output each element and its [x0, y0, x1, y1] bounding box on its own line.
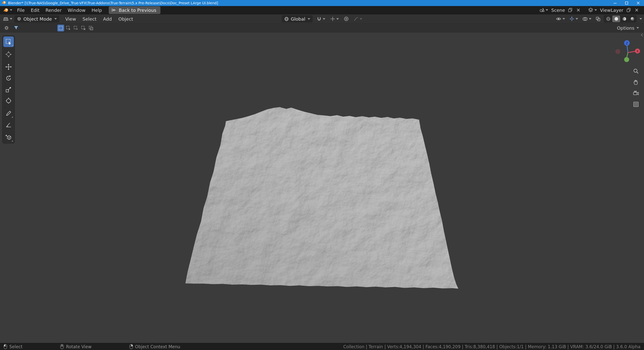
axis-y-handle[interactable]	[624, 57, 629, 62]
transform-snap-cluster: Global	[282, 15, 363, 23]
shading-wireframe-button[interactable]	[604, 16, 612, 22]
tool-annotate[interactable]	[3, 108, 14, 119]
terrain-shading-overlay	[185, 107, 458, 289]
menu-object[interactable]: Object	[116, 16, 136, 22]
viewlayer-browse-button[interactable]	[587, 7, 598, 13]
pan-button[interactable]	[632, 78, 640, 86]
toggle-xray-button[interactable]	[595, 16, 601, 22]
tool-rotate[interactable]	[3, 73, 14, 83]
select-mode-intersect-button[interactable]	[88, 25, 94, 31]
back-to-previous-button[interactable]: Back to Previous	[109, 6, 160, 14]
shading-rendered-button[interactable]	[628, 16, 636, 22]
title-bar: Blender* [\\True-NAS\Google_Drive_True-V…	[0, 0, 644, 6]
new-viewlayer-button[interactable]	[625, 7, 632, 13]
tool-measure[interactable]	[3, 119, 14, 130]
select-extend-icon	[66, 26, 71, 30]
magnet-icon	[317, 17, 321, 21]
shading-material-button[interactable]	[620, 16, 628, 22]
maximize-button[interactable]	[621, 0, 632, 6]
new-scene-button[interactable]	[567, 7, 574, 13]
chevron-down-icon	[308, 18, 310, 20]
chevron-down-icon	[54, 18, 57, 20]
editor-type-button[interactable]	[2, 15, 13, 22]
hint-select: Select	[4, 344, 22, 349]
chevron-down-icon	[336, 18, 339, 20]
tool-cursor[interactable]	[3, 49, 14, 60]
chevron-down-icon	[546, 9, 548, 11]
toggle-orthographic-button[interactable]	[632, 100, 640, 108]
xray-icon	[596, 17, 600, 21]
shading-dropdown-icon[interactable]	[639, 18, 642, 20]
shading-solid-button[interactable]	[612, 16, 620, 22]
filter-button[interactable]	[13, 25, 20, 31]
scene-icon	[539, 8, 544, 13]
duplicate-icon	[568, 8, 573, 12]
blender-app-menu-button[interactable]	[2, 7, 14, 13]
navigation-gizmo[interactable]: Z X	[613, 36, 641, 65]
zoom-button[interactable]	[632, 67, 640, 75]
transform-orientation-selector[interactable]: Global	[282, 15, 313, 23]
menu-help[interactable]: Help	[89, 7, 105, 14]
funnel-icon	[14, 25, 19, 30]
snap-target-button[interactable]	[329, 16, 340, 22]
back-to-previous-label: Back to Previous	[119, 8, 156, 13]
gizmo-icon	[569, 16, 574, 21]
object-mode-icon	[17, 17, 21, 21]
proportional-editing-button[interactable]	[343, 16, 350, 22]
area-corner-widget[interactable]	[640, 33, 643, 38]
rendered-sphere-icon	[630, 17, 635, 21]
viewport-header: Object Mode View Select Add Object Globa…	[0, 14, 644, 24]
proportional-falloff-button[interactable]	[353, 16, 363, 22]
tool-add-cube[interactable]	[3, 132, 14, 143]
axis-x-label: X	[636, 50, 638, 53]
menu-view[interactable]: View	[62, 16, 79, 22]
show-gizmo-button[interactable]	[568, 16, 579, 22]
close-icon	[577, 8, 580, 12]
menu-edit[interactable]: Edit	[28, 7, 42, 14]
chevron-down-icon	[576, 18, 578, 20]
viewlayer-name[interactable]: ViewLayer	[600, 8, 623, 13]
tool-move[interactable]	[3, 62, 14, 72]
menu-select[interactable]: Select	[80, 16, 99, 22]
axis-z-label: Z	[626, 41, 628, 45]
menu-add[interactable]: Add	[100, 16, 115, 22]
tool-transform[interactable]	[3, 96, 14, 106]
mouse-left-click-icon	[4, 344, 7, 349]
select-intersect-icon	[89, 26, 93, 30]
show-overlays-button[interactable]	[581, 16, 592, 22]
mode-selector[interactable]: Object Mode	[14, 15, 59, 23]
minimize-button[interactable]	[609, 0, 621, 6]
select-mode-invert-button[interactable]	[80, 25, 87, 31]
select-mode-set-button[interactable]	[57, 25, 64, 31]
chevron-down-icon	[323, 18, 325, 20]
scene-name[interactable]: Scene	[551, 8, 565, 13]
close-button[interactable]	[632, 0, 644, 6]
menu-file[interactable]: File	[14, 7, 27, 14]
shading-mode-group	[604, 15, 637, 23]
select-mode-subtract-button[interactable]	[72, 25, 79, 31]
mouse-middle-click-icon	[60, 344, 64, 349]
viewport-3d[interactable]: Z X	[0, 32, 644, 343]
menu-window[interactable]: Window	[65, 7, 88, 14]
select-invert-icon	[81, 26, 86, 30]
scene-browse-button[interactable]	[538, 7, 549, 13]
tool-scale[interactable]	[3, 84, 14, 95]
tool-select-box[interactable]	[3, 36, 14, 47]
chevron-down-icon	[10, 9, 12, 11]
gear-icon	[4, 25, 9, 30]
blender-window: Blender* [\\True-NAS\Google_Drive_True-V…	[0, 0, 644, 350]
select-mode-extend-button[interactable]	[65, 25, 72, 31]
snap-toggle-button[interactable]	[316, 16, 326, 22]
terrain-mesh[interactable]	[0, 32, 644, 343]
scene-viewlayer-area: Scene ViewLayer	[538, 7, 642, 13]
menu-render[interactable]: Render	[43, 7, 64, 14]
tool-settings-gear-button[interactable]	[3, 25, 10, 31]
options-dropdown[interactable]: Options	[617, 25, 641, 31]
material-sphere-icon	[622, 17, 627, 21]
camera-view-button[interactable]	[632, 89, 640, 97]
axis-negative-x-handle[interactable]	[616, 49, 620, 54]
object-visibility-button[interactable]	[555, 16, 566, 22]
unlink-scene-button[interactable]	[576, 8, 581, 13]
remove-viewlayer-button[interactable]	[634, 8, 639, 13]
window-title: Blender* [\\True-NAS\Google_Drive_True-V…	[8, 1, 218, 5]
